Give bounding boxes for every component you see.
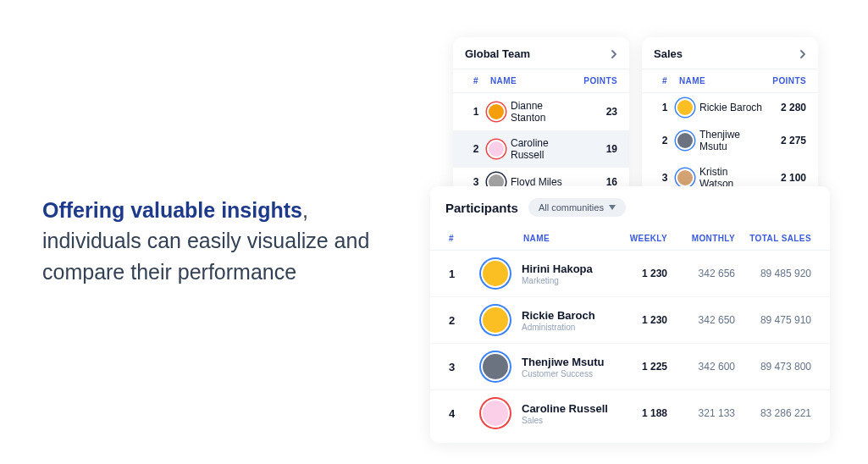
name: Rickie Baroch [699, 102, 764, 113]
points: 2 275 [764, 135, 806, 146]
table-row[interactable]: 3Thenjiwe MsutuCustomer Success1 225342 … [430, 344, 830, 390]
rank: 3 [654, 172, 676, 184]
th-name: NAME [483, 234, 608, 243]
headline: Offering valuable insights, individuals … [42, 195, 398, 287]
participants-table-header: # NAME WEEKLY MONTHLY TOTAL SALES [430, 227, 830, 251]
monthly: 321 133 [667, 407, 735, 419]
filter-label: All communities [539, 202, 604, 213]
avatar [677, 100, 693, 115]
rank: 3 [449, 361, 483, 373]
table-row[interactable]: 2Rickie BarochAdministration1 230342 650… [430, 297, 830, 344]
name: Dianne Stanton [511, 100, 575, 124]
th-name: NAME [676, 76, 764, 86]
card-title: Global Team [465, 47, 530, 60]
rank: 4 [449, 407, 483, 420]
total: 89 473 800 [735, 361, 811, 373]
avatar [489, 104, 504, 119]
table-row[interactable]: 1Rickie Baroch2 280 [642, 93, 818, 122]
participants-title: Participants [445, 201, 518, 215]
card-header: Sales [642, 37, 818, 69]
headline-bold: Offering valuable insights [42, 198, 302, 222]
department: Administration [522, 323, 608, 332]
points: 2 100 [764, 172, 806, 184]
weekly: 1 188 [608, 407, 667, 419]
th-weekly: WEEKLY [608, 234, 667, 243]
th-monthly: MONTHLY [667, 234, 735, 243]
points: 2 280 [764, 102, 806, 113]
avatar [489, 141, 504, 157]
avatar [483, 354, 508, 379]
th-total: TOTAL SALES [735, 234, 811, 243]
name: Hirini Hakopa [522, 262, 608, 275]
name: Thenjiwe Msutu [699, 129, 764, 152]
th-rank: # [654, 76, 676, 86]
community-filter-dropdown[interactable]: All communities [528, 198, 626, 217]
chevron-right-icon[interactable] [611, 49, 617, 59]
monthly: 342 600 [667, 361, 735, 373]
th-name: NAME [487, 76, 575, 86]
th-points: POINTS [575, 76, 617, 86]
rank: 2 [654, 135, 676, 146]
card-header: Global Team [453, 37, 629, 69]
name-col: Caroline RussellSales [522, 402, 608, 425]
avatar [677, 170, 693, 185]
rank: 2 [465, 143, 487, 155]
card-global-team: Global Team # NAME POINTS 1Dianne Stanto… [453, 37, 629, 196]
rank: 1 [654, 102, 676, 113]
name: Thenjiwe Msutu [522, 356, 608, 368]
name-col: Thenjiwe MsutuCustomer Success [522, 356, 608, 378]
avatar [483, 261, 508, 286]
table-row[interactable]: 2Thenjiwe Msutu2 275 [642, 122, 818, 159]
table-row[interactable]: 1Hirini HakopaMarketing1 230342 65689 48… [430, 251, 830, 297]
card-participants: Participants All communities # NAME WEEK… [430, 186, 830, 443]
weekly: 1 230 [608, 314, 667, 326]
rank: 1 [465, 106, 487, 118]
rank: 1 [449, 268, 483, 280]
card-title: Sales [654, 47, 683, 60]
total: 83 286 221 [735, 407, 811, 419]
points: 19 [575, 143, 617, 155]
points: 23 [575, 106, 617, 118]
total: 89 485 920 [735, 268, 811, 279]
rank: 2 [449, 314, 483, 327]
participants-header: Participants All communities [430, 186, 830, 227]
chevron-right-icon[interactable] [799, 49, 806, 59]
name: Caroline Russell [522, 402, 608, 415]
name-col: Hirini HakopaMarketing [522, 262, 608, 285]
table-header: # NAME POINTS [642, 69, 818, 93]
th-rank: # [449, 234, 483, 243]
table-row[interactable]: 1Dianne Stanton23 [453, 93, 629, 130]
name: Rickie Baroch [522, 309, 608, 322]
monthly: 342 650 [667, 314, 735, 326]
caret-down-icon [609, 205, 616, 210]
name-col: Rickie BarochAdministration [522, 309, 608, 332]
department: Marketing [522, 276, 608, 285]
weekly: 1 230 [608, 268, 667, 279]
th-points: POINTS [764, 76, 806, 86]
avatar [483, 307, 508, 333]
table-row[interactable]: 2Caroline Russell19 [453, 130, 629, 168]
table-header: # NAME POINTS [453, 69, 629, 93]
monthly: 342 656 [667, 268, 735, 279]
total: 89 475 910 [735, 314, 811, 326]
department: Sales [522, 416, 608, 425]
name: Caroline Russell [511, 137, 575, 161]
department: Customer Success [522, 369, 608, 378]
table-row[interactable]: 4Caroline RussellSales1 188321 13383 286… [430, 390, 830, 436]
weekly: 1 225 [608, 361, 667, 373]
avatar [483, 400, 508, 426]
th-rank: # [465, 76, 487, 86]
avatar [677, 133, 693, 148]
